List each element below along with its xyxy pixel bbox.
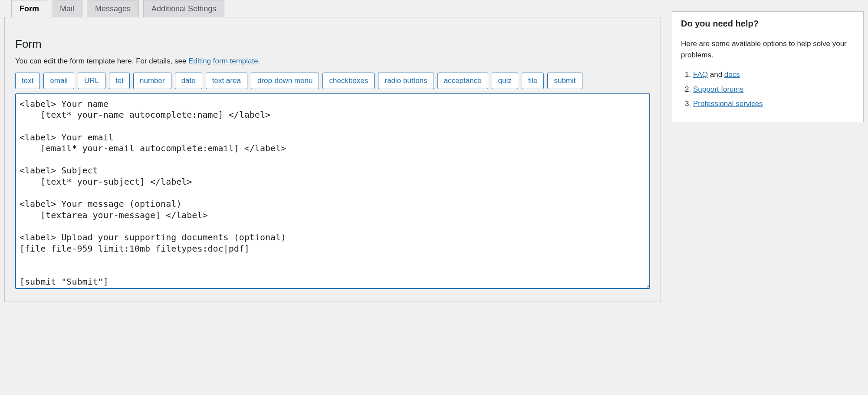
editing-form-template-link[interactable]: Editing form template xyxy=(188,57,258,65)
form-panel: Form You can edit the form template here… xyxy=(4,17,661,302)
tab-mail[interactable]: Mail xyxy=(52,0,82,17)
help-item-professional: Professional services xyxy=(693,98,855,110)
form-template-textarea[interactable] xyxy=(15,93,650,289)
help-item-support: Support forums xyxy=(693,84,855,95)
faq-link[interactable]: FAQ xyxy=(693,70,708,79)
panel-description: You can edit the form template here. For… xyxy=(15,57,650,66)
help-list: FAQ and docs Support forums Professional… xyxy=(681,69,855,110)
tag-btn-text[interactable]: text xyxy=(15,73,40,89)
tag-btn-url[interactable]: URL xyxy=(78,73,105,89)
tag-btn-file[interactable]: file xyxy=(522,73,544,89)
panel-desc-text: You can edit the form template here. For… xyxy=(15,57,188,65)
tag-btn-acceptance[interactable]: acceptance xyxy=(437,73,488,89)
docs-link[interactable]: docs xyxy=(724,70,740,79)
panel-desc-suffix: . xyxy=(258,57,260,65)
help-box-desc: Here are some available options to help … xyxy=(681,38,855,60)
tag-btn-tel[interactable]: tel xyxy=(109,73,130,89)
professional-services-link[interactable]: Professional services xyxy=(693,100,763,108)
panel-title: Form xyxy=(15,17,650,51)
tag-btn-checkboxes[interactable]: checkboxes xyxy=(322,73,375,89)
tag-generator-buttons: text email URL tel number date text area… xyxy=(15,73,650,89)
help-box-title: Do you need help? xyxy=(681,19,855,29)
tab-form[interactable]: Form xyxy=(11,0,47,18)
help-item-faq-docs: FAQ and docs xyxy=(693,69,855,80)
tag-btn-dropdown[interactable]: drop-down menu xyxy=(251,73,319,89)
tag-btn-email[interactable]: email xyxy=(43,73,74,89)
tag-btn-radio[interactable]: radio buttons xyxy=(378,73,434,89)
help-box: Do you need help? Here are some availabl… xyxy=(672,11,864,122)
tag-btn-date[interactable]: date xyxy=(175,73,202,89)
tag-btn-textarea[interactable]: text area xyxy=(206,73,247,89)
tab-messages[interactable]: Messages xyxy=(87,0,139,17)
tag-btn-submit[interactable]: submit xyxy=(547,73,582,89)
tag-btn-number[interactable]: number xyxy=(133,73,171,89)
tag-btn-quiz[interactable]: quiz xyxy=(492,73,518,89)
help-item-sep: and xyxy=(708,70,724,79)
tab-additional-settings[interactable]: Additional Settings xyxy=(143,0,224,17)
tabs: Form Mail Messages Additional Settings xyxy=(4,0,661,17)
support-forums-link[interactable]: Support forums xyxy=(693,85,743,93)
